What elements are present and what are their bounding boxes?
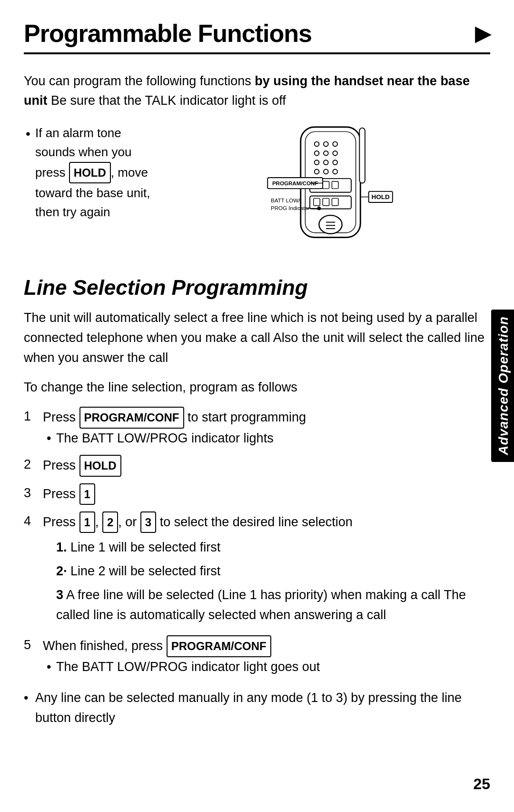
side-label: Advanced Operation <box>491 310 514 462</box>
page-number: 25 <box>473 775 490 793</box>
hold-key-alarm: HOLD <box>69 162 111 183</box>
page-header: Programmable Functions ▶ <box>24 19 490 54</box>
svg-rect-18 <box>310 196 351 209</box>
section-body-1: The unit will automatically select a fre… <box>24 308 490 368</box>
svg-point-33 <box>317 207 321 211</box>
step-4: 4 Press 1, 2, or 3 to select the desired… <box>24 511 490 629</box>
svg-rect-26 <box>359 128 365 183</box>
step-3: 3 Press 1 <box>24 483 490 505</box>
diagram-area: If an alarm tone sounds when you press H… <box>24 123 490 257</box>
key-3-step4: 3 <box>140 511 156 533</box>
section-title: Line Selection Programming <box>24 276 490 300</box>
svg-text:PROGRAM/CONF: PROGRAM/CONF <box>272 180 318 186</box>
section-body-2: To change the line selection, program as… <box>24 378 490 398</box>
diagram-right: PROGRAM/CONF BATT LOW/ PROG Indicator HO… <box>157 123 490 257</box>
step-1-sub: The BATT LOW/PROG indicator lights <box>43 429 490 449</box>
intro-text: You can program the following functions … <box>24 71 490 110</box>
step-1: 1 Press PROGRAM/CONF to start programmin… <box>24 407 490 448</box>
sub-item-1: 1. Line 1 will be selected first <box>56 538 490 558</box>
key-2-step4: 2 <box>102 511 118 533</box>
svg-point-22 <box>319 215 342 234</box>
steps-list: 1 Press PROGRAM/CONF to start programmin… <box>24 407 490 677</box>
key-1-step3: 1 <box>79 483 95 505</box>
step-5: 5 When finished, press PROGRAM/CONF The … <box>24 635 490 677</box>
program-conf-key-1: PROGRAM/CONF <box>79 407 184 428</box>
side-label-text: Advanced Operation <box>496 316 511 455</box>
step-5-sub: The BATT LOW/PROG indicator light goes o… <box>43 657 490 677</box>
handset-diagram: PROGRAM/CONF BATT LOW/ PROG Indicator HO… <box>252 123 395 257</box>
sub-item-3: 3 A free line will be selected (Line 1 h… <box>56 585 490 625</box>
page-title: Programmable Functions <box>24 19 312 48</box>
key-1-step4: 1 <box>79 511 95 533</box>
step-2: 2 Press HOLD <box>24 455 490 476</box>
hold-key-step2: HOLD <box>79 455 121 476</box>
footer-note: Any line can be selected manually in any… <box>24 688 490 728</box>
svg-text:HOLD: HOLD <box>372 193 390 200</box>
svg-text:PROG Indicator: PROG Indicator <box>271 205 310 211</box>
diagram-left: If an alarm tone sounds when you press H… <box>24 123 157 231</box>
program-conf-key-5: PROGRAM/CONF <box>167 635 271 657</box>
alarm-note: If an alarm tone sounds when you press H… <box>24 123 157 221</box>
step-4-sub-list: 1. Line 1 will be selected first 2· Line… <box>43 538 490 625</box>
arrow-icon: ▶ <box>475 22 490 45</box>
svg-text:BATT LOW/: BATT LOW/ <box>271 198 300 203</box>
sub-item-2: 2· Line 2 will be selected first <box>56 561 490 581</box>
